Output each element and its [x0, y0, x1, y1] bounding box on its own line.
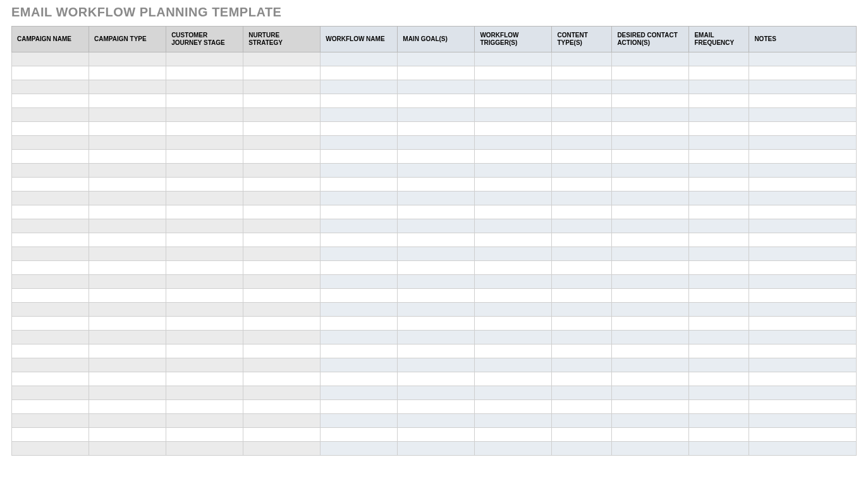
cell[interactable] [749, 331, 857, 344]
cell[interactable] [321, 358, 398, 372]
cell[interactable] [166, 331, 243, 344]
cell[interactable] [689, 66, 749, 80]
cell[interactable] [89, 372, 166, 386]
cell[interactable] [475, 122, 552, 136]
cell[interactable] [552, 66, 612, 80]
cell[interactable] [552, 275, 612, 289]
cell[interactable] [243, 428, 321, 442]
cell[interactable] [475, 303, 552, 317]
cell[interactable] [166, 205, 243, 219]
cell[interactable] [552, 122, 612, 136]
cell[interactable] [749, 108, 857, 122]
cell[interactable] [398, 108, 475, 122]
cell[interactable] [749, 233, 857, 247]
cell[interactable] [612, 303, 689, 317]
cell[interactable] [12, 358, 89, 372]
cell[interactable] [612, 358, 689, 372]
cell[interactable] [243, 66, 321, 80]
cell[interactable] [552, 372, 612, 386]
cell[interactable] [89, 358, 166, 372]
cell[interactable] [243, 136, 321, 150]
cell[interactable] [321, 247, 398, 261]
cell[interactable] [749, 289, 857, 303]
cell[interactable] [475, 108, 552, 122]
cell[interactable] [166, 261, 243, 275]
cell[interactable] [398, 122, 475, 136]
cell[interactable] [612, 94, 689, 108]
cell[interactable] [12, 386, 89, 400]
cell[interactable] [321, 275, 398, 289]
cell[interactable] [243, 108, 321, 122]
cell[interactable] [89, 136, 166, 150]
cell[interactable] [552, 164, 612, 178]
cell[interactable] [89, 414, 166, 428]
cell[interactable] [749, 136, 857, 150]
cell[interactable] [552, 247, 612, 261]
cell[interactable] [749, 122, 857, 136]
cell[interactable] [12, 233, 89, 247]
cell[interactable] [689, 428, 749, 442]
cell[interactable] [398, 317, 475, 331]
cell[interactable] [398, 358, 475, 372]
cell[interactable] [552, 219, 612, 233]
cell[interactable] [552, 442, 612, 456]
cell[interactable] [166, 52, 243, 66]
cell[interactable] [321, 52, 398, 66]
cell[interactable] [612, 372, 689, 386]
cell[interactable] [89, 275, 166, 289]
cell[interactable] [552, 192, 612, 205]
cell[interactable] [166, 289, 243, 303]
cell[interactable] [398, 386, 475, 400]
cell[interactable] [166, 386, 243, 400]
cell[interactable] [612, 122, 689, 136]
cell[interactable] [552, 289, 612, 303]
cell[interactable] [398, 80, 475, 94]
cell[interactable] [89, 331, 166, 344]
cell[interactable] [243, 275, 321, 289]
cell[interactable] [749, 178, 857, 192]
cell[interactable] [552, 178, 612, 192]
cell[interactable] [689, 178, 749, 192]
cell[interactable] [475, 178, 552, 192]
cell[interactable] [243, 192, 321, 205]
cell[interactable] [552, 317, 612, 331]
cell[interactable] [689, 164, 749, 178]
cell[interactable] [166, 94, 243, 108]
cell[interactable] [321, 66, 398, 80]
cell[interactable] [689, 344, 749, 358]
cell[interactable] [12, 164, 89, 178]
cell[interactable] [552, 94, 612, 108]
cell[interactable] [12, 178, 89, 192]
cell[interactable] [612, 150, 689, 164]
cell[interactable] [612, 178, 689, 192]
cell[interactable] [89, 122, 166, 136]
cell[interactable] [475, 442, 552, 456]
cell[interactable] [243, 400, 321, 414]
cell[interactable] [89, 428, 166, 442]
cell[interactable] [12, 150, 89, 164]
cell[interactable] [321, 219, 398, 233]
cell[interactable] [243, 247, 321, 261]
cell[interactable] [689, 303, 749, 317]
cell[interactable] [552, 80, 612, 94]
cell[interactable] [398, 275, 475, 289]
cell[interactable] [166, 192, 243, 205]
cell[interactable] [612, 344, 689, 358]
cell[interactable] [475, 317, 552, 331]
cell[interactable] [243, 164, 321, 178]
cell[interactable] [12, 122, 89, 136]
cell[interactable] [321, 94, 398, 108]
cell[interactable] [321, 428, 398, 442]
cell[interactable] [398, 428, 475, 442]
cell[interactable] [321, 233, 398, 247]
cell[interactable] [612, 192, 689, 205]
cell[interactable] [89, 205, 166, 219]
cell[interactable] [398, 344, 475, 358]
cell[interactable] [398, 331, 475, 344]
cell[interactable] [612, 66, 689, 80]
cell[interactable] [689, 400, 749, 414]
cell[interactable] [321, 386, 398, 400]
cell[interactable] [749, 275, 857, 289]
cell[interactable] [612, 52, 689, 66]
cell[interactable] [475, 331, 552, 344]
